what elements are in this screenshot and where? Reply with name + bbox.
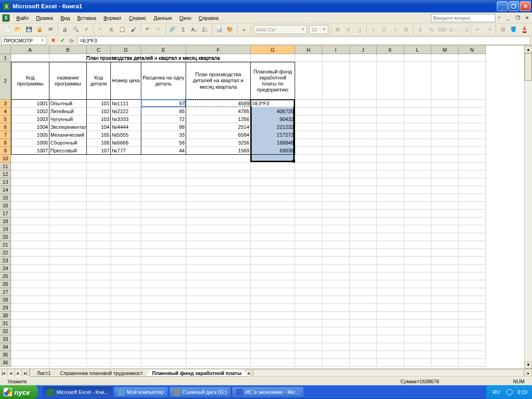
row-header-17[interactable]: 17: [0, 210, 11, 218]
col-header-L[interactable]: L: [404, 46, 431, 54]
cell-A14[interactable]: [11, 186, 49, 194]
cell-N4[interactable]: [459, 108, 486, 115]
cell-B36[interactable]: [49, 359, 87, 367]
cell-L1[interactable]: [404, 54, 431, 62]
cell-N13[interactable]: [459, 178, 486, 186]
menu-сервис[interactable]: Сервис: [125, 14, 150, 22]
cell-C11[interactable]: [87, 163, 111, 170]
cells-grid[interactable]: План производства деталей н квартал и ме…: [11, 54, 486, 367]
cell-C16[interactable]: [87, 202, 111, 210]
cell-B13[interactable]: [49, 178, 87, 186]
cell-J19[interactable]: [350, 225, 377, 233]
cell-E32[interactable]: [141, 327, 186, 335]
cell-N16[interactable]: [459, 202, 486, 210]
cell-I9[interactable]: [322, 147, 350, 155]
cell-G12[interactable]: [251, 170, 295, 178]
cell-K24[interactable]: [377, 265, 404, 272]
name-box[interactable]: ПРОСМОТР▼: [1, 36, 47, 45]
cell-L12[interactable]: [404, 170, 431, 178]
cell-C20[interactable]: [87, 233, 111, 241]
cell-H35[interactable]: [295, 351, 322, 359]
cell-I10[interactable]: [322, 155, 350, 163]
select-all-corner[interactable]: [0, 46, 11, 54]
cell-F19[interactable]: [186, 225, 251, 233]
cell-N8[interactable]: [459, 139, 486, 147]
cell-A3[interactable]: 1001: [11, 100, 49, 108]
restore-button[interactable]: ❐: [508, 1, 519, 11]
cell-K14[interactable]: [377, 186, 404, 194]
cell-C3[interactable]: 101: [87, 100, 111, 108]
cell-E15[interactable]: [141, 194, 186, 202]
cell-M11[interactable]: [431, 163, 459, 170]
cell-D30[interactable]: [111, 312, 141, 320]
cell-G9[interactable]: 69036: [251, 147, 295, 155]
cell-B15[interactable]: [49, 194, 87, 202]
cell-L27[interactable]: [404, 288, 431, 296]
cell-J16[interactable]: [350, 202, 377, 210]
tab-first-button[interactable]: |◂: [0, 369, 7, 377]
cell-A28[interactable]: [11, 296, 49, 304]
cell-B12[interactable]: [49, 170, 87, 178]
cell-H27[interactable]: [295, 288, 322, 296]
fill-color-button[interactable]: 🪣: [509, 24, 519, 35]
cell-I34[interactable]: [322, 343, 350, 351]
new-button[interactable]: 📄: [2, 24, 12, 35]
cell-A36[interactable]: [11, 359, 49, 367]
cell-D16[interactable]: [111, 202, 141, 210]
cell-K34[interactable]: [377, 343, 404, 351]
cell-H8[interactable]: [295, 139, 322, 147]
cell-J30[interactable]: [350, 312, 377, 320]
cell-M22[interactable]: [431, 249, 459, 257]
cell-E34[interactable]: [141, 343, 186, 351]
cell-G6[interactable]: 221232: [251, 123, 295, 131]
cell-E36[interactable]: [141, 359, 186, 367]
col-header-F[interactable]: F: [186, 46, 251, 54]
cell-A19[interactable]: [11, 225, 49, 233]
cell-E17[interactable]: [141, 210, 186, 218]
cell-F13[interactable]: [186, 178, 251, 186]
cell-F26[interactable]: [186, 280, 251, 288]
cell-K3[interactable]: [377, 100, 404, 108]
cell-C34[interactable]: [87, 343, 111, 351]
cell-N20[interactable]: [459, 233, 486, 241]
cell-N24[interactable]: [459, 265, 486, 272]
cell-A6[interactable]: 1004: [11, 123, 49, 131]
cell-J27[interactable]: [350, 288, 377, 296]
cell-J9[interactable]: [350, 147, 377, 155]
cell-F28[interactable]: [186, 296, 251, 304]
sheet-tab-0[interactable]: Лист1: [31, 370, 57, 377]
cell-M3[interactable]: [431, 100, 459, 108]
cell-D9[interactable]: №777: [111, 147, 141, 155]
cell-D6[interactable]: №4444: [111, 123, 141, 131]
autosum-button[interactable]: Σ: [178, 24, 188, 35]
cell-L18[interactable]: [404, 218, 431, 225]
row-header-22[interactable]: 22: [0, 249, 11, 257]
cell-N32[interactable]: [459, 327, 486, 335]
row-header-5[interactable]: 5: [0, 115, 11, 123]
cell-A31[interactable]: [11, 320, 49, 327]
cell-H1[interactable]: [295, 54, 322, 62]
cell-L14[interactable]: [404, 186, 431, 194]
cell-H19[interactable]: [295, 225, 322, 233]
scroll-up-button[interactable]: ▲: [525, 46, 532, 53]
open-button[interactable]: 📂: [13, 24, 24, 35]
cell-F35[interactable]: [186, 351, 251, 359]
sheet-tab-2[interactable]: Плановый фонд заработной платы: [146, 370, 248, 377]
cell-M7[interactable]: [431, 131, 459, 139]
cell-A4[interactable]: 1002: [11, 108, 49, 115]
cell-C25[interactable]: [87, 272, 111, 280]
tray-icon[interactable]: [506, 389, 513, 395]
cell-L13[interactable]: [404, 178, 431, 186]
cell-N21[interactable]: [459, 241, 486, 249]
cell-F14[interactable]: [186, 186, 251, 194]
cell-J10[interactable]: [350, 155, 377, 163]
cell-M35[interactable]: [431, 351, 459, 359]
row-header-18[interactable]: 18: [0, 218, 11, 225]
cell-N29[interactable]: [459, 304, 486, 312]
cell-A18[interactable]: [11, 218, 49, 225]
cell-F9[interactable]: 1569: [186, 147, 251, 155]
cell-L17[interactable]: [404, 210, 431, 218]
cell-K5[interactable]: [377, 115, 404, 123]
cell-N36[interactable]: [459, 359, 486, 367]
cell-H33[interactable]: [295, 335, 322, 343]
